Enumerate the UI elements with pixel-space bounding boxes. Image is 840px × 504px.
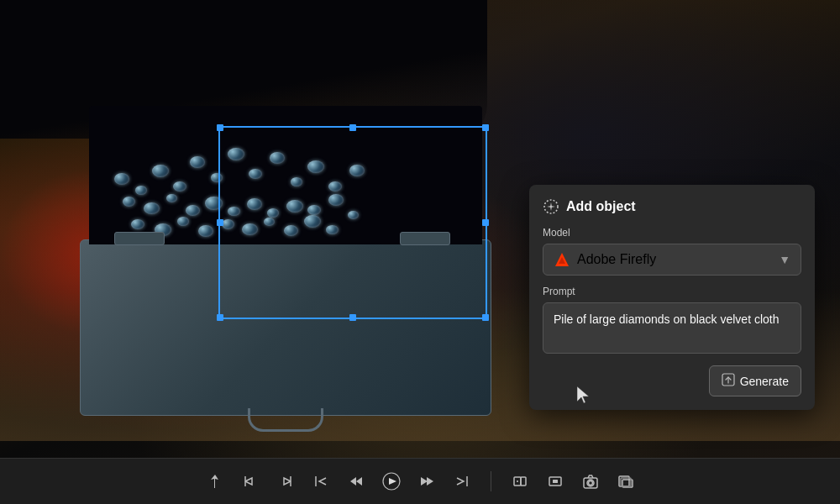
svg-rect-13: [521, 477, 526, 486]
chevron-down-icon: ▼: [779, 253, 790, 266]
mouse-cursor: [575, 385, 592, 408]
svg-marker-10: [427, 477, 433, 486]
step-forward-icon[interactable]: [417, 471, 437, 491]
add-object-icon: [543, 198, 559, 215]
overwrite-icon[interactable]: [545, 471, 565, 491]
add-object-panel: Add object Model Adobe Firefly ▼ Prompt …: [529, 185, 815, 410]
selection-handle-mr[interactable]: [482, 219, 489, 226]
go-to-in-icon[interactable]: [311, 471, 331, 491]
model-dropdown-left: Adobe Firefly: [554, 251, 656, 268]
marker-icon[interactable]: [205, 471, 225, 491]
selection-handle-tm[interactable]: [349, 124, 356, 131]
selection-handle-bm[interactable]: [349, 314, 356, 321]
briefcase-latch-left: [114, 232, 165, 245]
selection-handle-br[interactable]: [482, 314, 489, 321]
svg-marker-9: [421, 477, 428, 486]
generate-button[interactable]: Generate: [709, 365, 801, 396]
sequence-icon[interactable]: [616, 471, 636, 491]
out-point-icon[interactable]: [276, 471, 296, 491]
briefcase-handle: [248, 408, 323, 432]
go-to-out-icon[interactable]: [452, 471, 472, 491]
diamond: [131, 219, 144, 229]
diamond: [190, 156, 205, 168]
diamond: [144, 202, 160, 214]
rewind-icon[interactable]: [346, 471, 366, 491]
prompt-label: Prompt: [543, 286, 801, 297]
insert-icon[interactable]: [510, 471, 530, 491]
toolbar: [0, 458, 840, 504]
camera-icon[interactable]: [580, 471, 601, 491]
play-icon[interactable]: [381, 471, 402, 491]
selection-handle-bl[interactable]: [217, 314, 223, 321]
diamond: [166, 194, 177, 202]
diamond: [114, 173, 129, 185]
svg-marker-8: [389, 478, 396, 485]
in-point-icon[interactable]: [240, 471, 260, 491]
diamond: [123, 197, 135, 207]
selection-handle-ml[interactable]: [217, 219, 223, 226]
video-area: Add object Model Adobe Firefly ▼ Prompt …: [0, 0, 840, 458]
diamond: [198, 225, 213, 237]
prompt-input[interactable]: Pile of large diamonds on black velvet c…: [543, 302, 801, 354]
diamond: [173, 181, 186, 192]
model-label: Model: [543, 227, 801, 239]
diamond: [186, 205, 200, 216]
svg-point-18: [588, 481, 592, 486]
adobe-firefly-logo: [554, 251, 570, 268]
generate-label: Generate: [740, 375, 789, 388]
panel-title-row: Add object: [543, 198, 801, 215]
diamond: [177, 217, 189, 226]
divider: [491, 471, 491, 491]
selection-handle-tr[interactable]: [482, 124, 489, 131]
diamond: [135, 186, 147, 195]
model-name: Adobe Firefly: [577, 252, 656, 267]
generate-icon: [722, 373, 735, 389]
selection-handle-tl[interactable]: [217, 124, 223, 131]
svg-rect-15: [553, 480, 558, 483]
selection-box[interactable]: [218, 126, 487, 319]
panel-title: Add object: [566, 199, 636, 214]
model-dropdown[interactable]: Adobe Firefly ▼: [543, 244, 801, 276]
diamond: [152, 165, 169, 177]
